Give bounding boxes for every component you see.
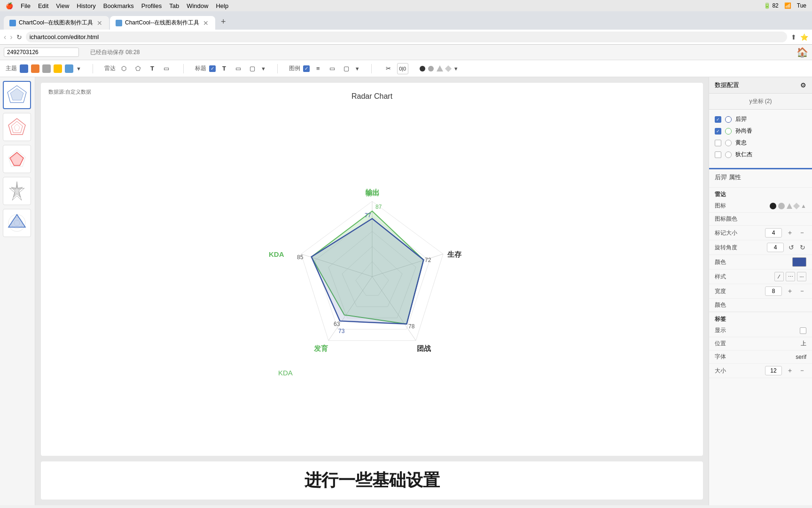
title-box-btn[interactable]: ▭ bbox=[233, 63, 244, 74]
number-icon[interactable]: 0|0 bbox=[397, 63, 408, 74]
theme-dropdown[interactable]: ▼ bbox=[76, 66, 81, 71]
legend-box2-icon[interactable]: ▢ bbox=[341, 63, 352, 74]
menu-history[interactable]: History bbox=[77, 2, 95, 9]
title-t-btn[interactable]: T bbox=[219, 63, 230, 74]
style-dashed[interactable]: ⋯ bbox=[786, 272, 795, 281]
marker-triangle[interactable] bbox=[437, 65, 443, 71]
menu-window[interactable]: Window bbox=[187, 2, 208, 9]
radar-rect-icon[interactable]: ▭ bbox=[161, 63, 172, 74]
marker-size-minus[interactable]: － bbox=[798, 229, 806, 237]
browser-chrome: ChartCool--在线图表制作工具 ✕ ChartCool--在线图表制作工… bbox=[0, 11, 812, 30]
series-item-sunshangxiang[interactable]: ✓ 孙尚香 bbox=[713, 125, 808, 137]
chart-thumb-4[interactable] bbox=[3, 177, 31, 205]
left-sidebar bbox=[0, 77, 35, 505]
chart-thumb-3[interactable] bbox=[3, 145, 31, 173]
size-input[interactable] bbox=[765, 366, 782, 375]
color-blue[interactable] bbox=[20, 64, 28, 73]
legend-box1-icon[interactable]: ▭ bbox=[327, 63, 338, 74]
marker-size-input[interactable] bbox=[765, 228, 782, 238]
menu-profiles[interactable]: Profiles bbox=[141, 2, 162, 9]
chart-thumb-5[interactable] bbox=[3, 209, 31, 237]
rotation-left[interactable]: ↺ bbox=[788, 244, 795, 251]
series-checkbox-huangzhong[interactable] bbox=[715, 140, 721, 146]
width-minus[interactable]: － bbox=[798, 287, 806, 295]
menu-help[interactable]: Help bbox=[216, 2, 228, 9]
id-input[interactable] bbox=[4, 48, 79, 57]
chart-thumb-2[interactable] bbox=[3, 113, 31, 141]
series-checkbox-houyi[interactable]: ✓ bbox=[715, 116, 721, 123]
radar-t-icon[interactable]: T bbox=[147, 63, 158, 74]
rotation-right[interactable]: ↻ bbox=[799, 244, 806, 251]
series-item-huangzhong[interactable]: 黄忠 bbox=[713, 137, 808, 149]
title-checkbox[interactable]: ✓ bbox=[209, 65, 216, 72]
marker-circle-gray[interactable] bbox=[428, 66, 434, 71]
size-minus[interactable]: － bbox=[798, 366, 806, 375]
scissors-icon[interactable]: ✂ bbox=[383, 63, 394, 74]
tab-1-title: ChartCool--在线图表制作工具 bbox=[19, 19, 93, 27]
menu-view[interactable]: View bbox=[56, 2, 69, 9]
address-input[interactable] bbox=[26, 32, 787, 42]
nav-forward[interactable]: › bbox=[10, 33, 12, 41]
marker-size-plus[interactable]: ＋ bbox=[786, 229, 794, 237]
tab-1-close[interactable]: ✕ bbox=[96, 19, 103, 27]
icon-label: 图标 bbox=[715, 202, 766, 210]
right-panel-settings-icon[interactable]: ⚙ bbox=[800, 81, 806, 89]
sep-3 bbox=[277, 64, 278, 73]
style-dotted[interactable]: ··· bbox=[797, 272, 806, 281]
legend-list-icon[interactable]: ≡ bbox=[312, 63, 324, 74]
icon-circle-light[interactable] bbox=[778, 203, 785, 209]
chart-thumb-1[interactable] bbox=[3, 81, 31, 109]
marker-circle-dark[interactable] bbox=[420, 66, 425, 71]
display-checkbox[interactable] bbox=[800, 327, 806, 334]
label-right: 生存 bbox=[447, 250, 462, 258]
legend-checkbox[interactable]: ✓ bbox=[303, 65, 310, 72]
color-gray[interactable] bbox=[42, 64, 51, 73]
icon-arrow-up[interactable]: ▲ bbox=[801, 203, 806, 209]
color-lightblue[interactable] bbox=[65, 64, 73, 73]
props-section: 后羿 属性 bbox=[709, 169, 812, 187]
menu-bookmarks[interactable]: Bookmarks bbox=[103, 2, 134, 9]
bookmark-icon[interactable]: ⭐ bbox=[800, 33, 808, 41]
size-plus[interactable]: ＋ bbox=[786, 366, 794, 375]
title-dropdown[interactable]: ▼ bbox=[261, 66, 266, 71]
val-87: 87 bbox=[375, 204, 382, 210]
icon-circle-dark[interactable] bbox=[770, 203, 776, 209]
series-item-direnjie[interactable]: 狄仁杰 bbox=[713, 149, 808, 160]
title-box2-btn[interactable]: ▢ bbox=[247, 63, 258, 74]
nav-reload[interactable]: ↻ bbox=[16, 33, 22, 41]
style-solid[interactable]: ⁄ bbox=[774, 272, 784, 281]
size-row: 大小 ＋ － bbox=[709, 364, 812, 378]
series-item-houyi[interactable]: ✓ 后羿 bbox=[713, 113, 808, 125]
tab-2[interactable]: ChartCool--在线图表制作工具 ✕ bbox=[110, 16, 215, 30]
radar-pentagon-icon[interactable]: ⬠ bbox=[133, 63, 144, 74]
nav-back[interactable]: ‹ bbox=[4, 33, 6, 41]
series-checkbox-direnjie[interactable] bbox=[715, 151, 721, 158]
color-yellow[interactable] bbox=[54, 64, 62, 73]
val-85-left: 85 bbox=[297, 254, 304, 261]
share-icon[interactable]: ⬆ bbox=[791, 33, 796, 41]
marker-dropdown[interactable]: ▼ bbox=[453, 66, 459, 71]
svg-marker-13 bbox=[8, 214, 25, 227]
radar-thumb-3 bbox=[6, 148, 28, 170]
width-input[interactable] bbox=[765, 286, 782, 296]
menu-file[interactable]: File bbox=[21, 2, 31, 9]
tab-1[interactable]: ChartCool--在线图表制作工具 ✕ bbox=[4, 16, 109, 30]
color-swatch-main[interactable] bbox=[792, 257, 806, 267]
apple-menu[interactable]: 🍎 bbox=[6, 2, 13, 9]
icon-options: ▲ bbox=[770, 203, 806, 209]
width-plus[interactable]: ＋ bbox=[786, 287, 794, 295]
marker-diamond[interactable] bbox=[445, 65, 452, 71]
color-gold[interactable] bbox=[31, 64, 39, 73]
icon-diamond-shape[interactable] bbox=[793, 202, 800, 209]
new-tab-button[interactable]: + bbox=[216, 14, 231, 30]
series-checkbox-sunshangxiang[interactable]: ✓ bbox=[715, 128, 721, 135]
rotation-input[interactable] bbox=[767, 243, 784, 252]
icon-triangle-up[interactable] bbox=[787, 203, 792, 209]
tab-2-close[interactable]: ✕ bbox=[202, 19, 210, 27]
legend-dropdown[interactable]: ▼ bbox=[355, 66, 360, 71]
address-actions: ⬆ ⭐ bbox=[791, 33, 808, 41]
home-button[interactable]: 🏠 bbox=[796, 47, 808, 58]
menu-edit[interactable]: Edit bbox=[38, 2, 48, 9]
radar-shape-icon[interactable]: ⬡ bbox=[118, 63, 130, 74]
menu-tab[interactable]: Tab bbox=[169, 2, 179, 9]
